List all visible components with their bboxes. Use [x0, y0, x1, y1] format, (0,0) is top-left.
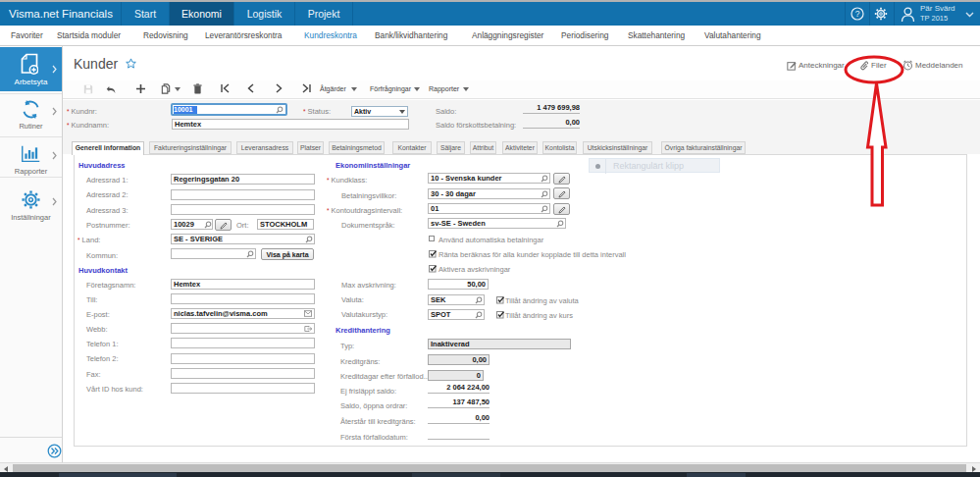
svg-text:?: ? [855, 9, 860, 19]
